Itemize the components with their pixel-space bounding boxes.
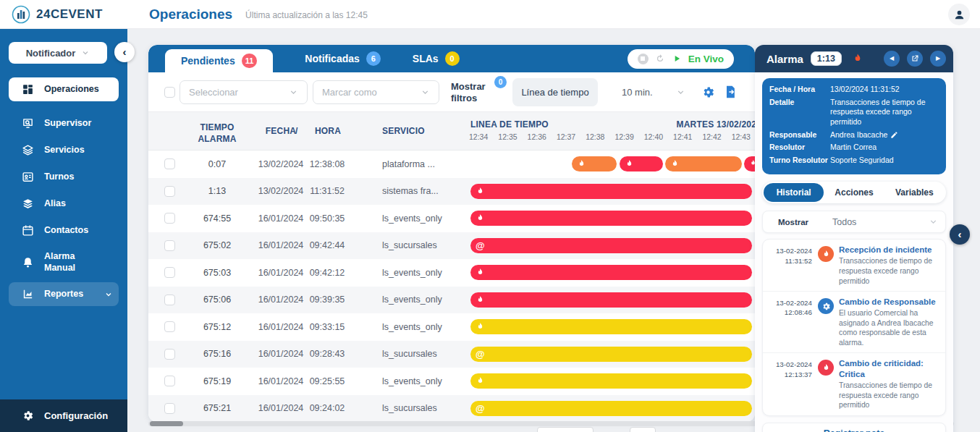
table-row[interactable]: 675:0316/01/202409:42:12ls_events_only bbox=[148, 259, 755, 287]
history-title[interactable]: Cambio de Responsable bbox=[839, 297, 939, 308]
cell-fecha: 16/01/2024 bbox=[254, 395, 308, 423]
register-note-button[interactable]: Registrar nota bbox=[762, 423, 946, 432]
timeline-bar-red[interactable] bbox=[470, 184, 752, 199]
mark-as-dropdown[interactable]: Marcar como bbox=[313, 80, 439, 104]
user-avatar[interactable] bbox=[948, 4, 970, 25]
interval-value: 10 min. bbox=[622, 87, 653, 98]
timeline-bar-red[interactable] bbox=[620, 156, 663, 171]
sidebar-item-contactos[interactable]: Contactos bbox=[9, 219, 119, 242]
row-checkbox[interactable] bbox=[164, 240, 175, 251]
timeline-bar-orange[interactable] bbox=[572, 156, 617, 171]
flame-icon bbox=[818, 360, 834, 376]
cell-servicio: ls_sucursales bbox=[382, 232, 465, 260]
row-checkbox[interactable] bbox=[164, 158, 175, 169]
timeline-bar-red[interactable] bbox=[744, 156, 755, 171]
history-title[interactable]: Cambio de criticidad: Critica bbox=[839, 358, 939, 380]
timeline-toggle-button[interactable]: Línea de tiempo bbox=[512, 78, 598, 106]
sidebar-collapse-button[interactable]: ‹ bbox=[114, 42, 135, 62]
tab-notificadas[interactable]: Notificadas6 bbox=[305, 51, 380, 66]
timeline-bar-red[interactable]: @ bbox=[470, 238, 752, 253]
refresh-icon[interactable] bbox=[655, 54, 665, 64]
sidebar-item-turnos[interactable]: Turnos bbox=[9, 165, 119, 189]
table-row[interactable]: 675:1616/01/202409:28:43ls_sucursales@ bbox=[148, 341, 755, 368]
sidebar-item-servicios[interactable]: Servicios bbox=[9, 138, 119, 162]
cell-tiempo-alarma: 0:07 bbox=[181, 151, 253, 178]
row-checkbox[interactable] bbox=[164, 295, 175, 305]
row-checkbox[interactable] bbox=[164, 376, 175, 386]
sidebar-item-configuracion[interactable]: Configuración bbox=[0, 399, 127, 432]
chevron-down-icon bbox=[421, 88, 430, 97]
chevron-down-icon bbox=[676, 88, 685, 97]
flame-icon bbox=[818, 246, 834, 262]
timeline-tick: 12:41 bbox=[668, 132, 697, 141]
export-icon[interactable] bbox=[723, 85, 738, 99]
table-row[interactable]: 675:1916/01/202409:25:55ls_events_only bbox=[148, 368, 755, 395]
history-title[interactable]: Recepción de incidente bbox=[839, 245, 939, 255]
module-selector[interactable]: Notificador bbox=[9, 42, 107, 64]
sidebar-item-operaciones[interactable]: Operaciones bbox=[9, 77, 119, 101]
field-value: Soporte Seguridad bbox=[830, 156, 939, 166]
chevron-down-icon bbox=[104, 290, 113, 299]
sidebar-item-supervisor[interactable]: Supervisor bbox=[9, 111, 119, 135]
row-checkbox[interactable] bbox=[164, 186, 175, 197]
row-checkbox[interactable] bbox=[164, 349, 175, 360]
table-row[interactable]: 675:2116/01/202409:24:02ls_sucursales@ bbox=[148, 395, 755, 423]
row-checkbox[interactable] bbox=[164, 213, 175, 224]
tab-pendientes[interactable]: Pendientes11 bbox=[165, 49, 273, 72]
timeline-bar-yellow[interactable]: @ bbox=[470, 347, 752, 362]
column-linea-de-tiempo: LINEA DE TIEMPO bbox=[470, 119, 549, 130]
alarm-field-responsable: ResponsableAndrea Ibacache bbox=[769, 130, 939, 140]
select-action-dropdown[interactable]: Seleccionar bbox=[179, 80, 308, 104]
sidebar-item-alias[interactable]: Alias bbox=[9, 192, 119, 216]
timeline-bar-red[interactable] bbox=[470, 265, 752, 280]
panel-tab-acciones[interactable]: Acciones bbox=[824, 183, 884, 202]
tab-slas[interactable]: SLAs0 bbox=[413, 51, 460, 66]
timeline-bar-red[interactable] bbox=[470, 292, 752, 308]
sidebar-item-alarma-manual[interactable]: Alarma Manual bbox=[9, 245, 119, 279]
column-hora: HORA bbox=[309, 126, 347, 136]
timeline-bar-orange[interactable] bbox=[665, 156, 742, 171]
table-row[interactable]: 675:0616/01/202409:39:35ls_events_only bbox=[148, 287, 755, 314]
next-alarm-button[interactable]: ▶ bbox=[930, 51, 946, 67]
timeline-bar-yellow[interactable]: @ bbox=[470, 401, 752, 416]
table-settings-gear-icon[interactable] bbox=[701, 85, 715, 99]
panel-collapse-button[interactable]: ‹ bbox=[950, 224, 970, 245]
flame-icon bbox=[476, 213, 485, 223]
column-separator: / bbox=[295, 126, 298, 136]
panel-tab-variables[interactable]: Variables bbox=[884, 183, 945, 202]
select-all-checkbox[interactable] bbox=[164, 87, 175, 98]
table-row[interactable]: 0:0713/02/202412:38:08plataforma ... bbox=[148, 151, 755, 178]
timeline-ticks: 12:3412:3512:3612:3712:3812:3912:4012:41… bbox=[464, 132, 755, 141]
play-icon[interactable] bbox=[672, 54, 682, 64]
table-row[interactable]: 674:5516/01/202409:50:35ls_events_only bbox=[148, 205, 755, 232]
panel-tab-historial[interactable]: Historial bbox=[764, 183, 824, 202]
table-row[interactable]: 675:1216/01/202409:33:15ls_events_only bbox=[148, 313, 755, 341]
live-control[interactable]: En Vivo bbox=[628, 49, 734, 69]
previous-alarm-button[interactable]: ◀ bbox=[884, 51, 900, 67]
sidebar-item-label: Contactos bbox=[44, 225, 88, 237]
timeline-bar-yellow[interactable] bbox=[470, 373, 752, 389]
timeline-bar-red[interactable] bbox=[470, 211, 752, 226]
alarm-field-fecha-hora: Fecha / Hora13/02/2024 11:31:52 bbox=[769, 85, 939, 95]
show-filters-button[interactable]: Mostrar filtros bbox=[451, 81, 496, 103]
timeline-bar-yellow[interactable] bbox=[470, 319, 752, 334]
scrollbar-thumb[interactable] bbox=[150, 421, 183, 426]
table-row[interactable]: 1:1313/02/202411:31:52sistemas fra... bbox=[148, 178, 755, 206]
row-checkbox[interactable] bbox=[164, 267, 175, 278]
pause-icon[interactable] bbox=[638, 54, 649, 64]
pencil-icon[interactable] bbox=[890, 131, 898, 139]
alarm-info-card: Fecha / Hora13/02/2024 11:31:52DetalleTr… bbox=[762, 78, 946, 174]
pagination-control[interactable] bbox=[537, 427, 594, 432]
flame-icon bbox=[476, 376, 485, 386]
flame-icon bbox=[625, 159, 634, 169]
sidebar-item-reportes[interactable]: Reportes bbox=[9, 282, 119, 306]
expand-alarm-button[interactable] bbox=[907, 51, 923, 67]
history-timestamp: 13-02-2024 12:13:37 bbox=[769, 358, 812, 410]
row-checkbox[interactable] bbox=[164, 403, 175, 414]
row-checkbox[interactable] bbox=[164, 321, 175, 332]
cell-hora: 09:42:12 bbox=[308, 259, 347, 287]
pagination-control[interactable] bbox=[630, 427, 656, 432]
interval-dropdown[interactable]: 10 min. bbox=[617, 78, 690, 106]
history-filter-dropdown[interactable]: Mostrar Todos bbox=[762, 211, 946, 233]
table-row[interactable]: 675:0216/01/202409:42:44ls_sucursales@ bbox=[148, 232, 755, 260]
